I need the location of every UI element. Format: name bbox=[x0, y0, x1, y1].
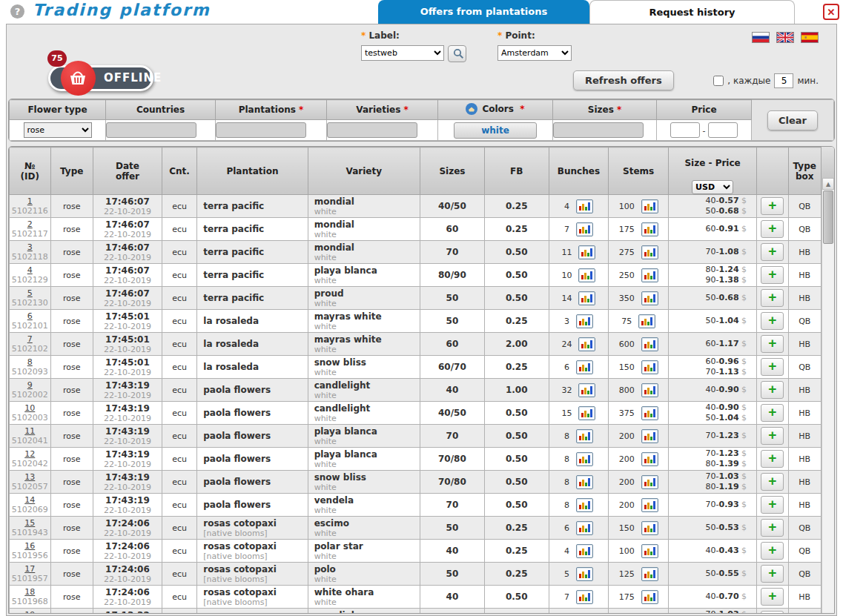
vertical-scrollbar[interactable]: ▲ bbox=[821, 178, 834, 613]
cart-button[interactable]: 75 bbox=[61, 61, 96, 96]
price-to-input[interactable] bbox=[708, 122, 738, 138]
row-number-link[interactable]: 6 bbox=[27, 311, 33, 321]
stems-chart-button[interactable] bbox=[641, 245, 658, 259]
add-to-cart-button[interactable]: + bbox=[761, 358, 784, 376]
add-to-cart-button[interactable]: + bbox=[761, 588, 784, 606]
row-number-link[interactable]: 7 bbox=[27, 334, 33, 344]
stems-chart-button[interactable] bbox=[641, 360, 658, 374]
row-number-link[interactable]: 12 bbox=[24, 449, 35, 459]
stems-chart-button[interactable] bbox=[641, 590, 658, 604]
add-to-cart-button[interactable]: + bbox=[761, 289, 784, 307]
point-select[interactable]: Amsterdam bbox=[497, 45, 572, 61]
stems-chart-button[interactable] bbox=[641, 452, 658, 466]
currency-select[interactable]: USD bbox=[692, 180, 733, 194]
flower-type-select[interactable]: rose bbox=[24, 122, 92, 138]
add-to-cart-button[interactable]: + bbox=[761, 266, 784, 284]
row-number-link[interactable]: 11 bbox=[24, 426, 35, 436]
auto-refresh-checkbox[interactable] bbox=[713, 76, 724, 86]
add-to-cart-button[interactable]: + bbox=[761, 496, 784, 514]
tab-offers-from-plantations[interactable]: Offers from plantations bbox=[378, 0, 589, 24]
add-to-cart-button[interactable]: + bbox=[761, 450, 784, 468]
row-number-link[interactable]: 18 bbox=[24, 587, 35, 597]
row-number-link[interactable]: 2 bbox=[27, 219, 33, 229]
connection-status-pill[interactable]: 75 OFFLINE bbox=[48, 65, 153, 91]
stems-chart-button[interactable] bbox=[641, 498, 658, 512]
sizes-input[interactable] bbox=[553, 122, 644, 138]
tab-request-history[interactable]: Request history bbox=[589, 0, 795, 24]
stems-chart-button[interactable] bbox=[641, 429, 658, 443]
plantations-input[interactable] bbox=[216, 122, 306, 138]
stems-chart-button[interactable] bbox=[638, 314, 655, 328]
search-button[interactable] bbox=[448, 45, 466, 62]
add-to-cart-button[interactable]: + bbox=[761, 243, 784, 261]
add-to-cart-button[interactable]: + bbox=[761, 220, 784, 238]
language-spanish-button[interactable] bbox=[801, 32, 819, 43]
add-to-cart-button[interactable]: + bbox=[761, 404, 784, 422]
add-to-cart-button[interactable]: + bbox=[761, 565, 784, 583]
help-icon[interactable]: ? bbox=[10, 4, 24, 19]
bunches-chart-button[interactable] bbox=[578, 613, 595, 615]
row-number-link[interactable]: 8 bbox=[27, 357, 33, 367]
add-to-cart-button[interactable]: + bbox=[761, 381, 784, 399]
countries-input[interactable] bbox=[106, 122, 196, 138]
stems-chart-button[interactable] bbox=[641, 199, 658, 213]
auto-refresh-minutes-input[interactable] bbox=[774, 73, 793, 88]
row-number-link[interactable]: 14 bbox=[24, 495, 35, 505]
stems-chart-button[interactable] bbox=[641, 613, 658, 615]
add-to-cart-button[interactable]: + bbox=[761, 312, 784, 330]
bunches-chart-button[interactable] bbox=[576, 475, 593, 489]
bunches-chart-button[interactable] bbox=[576, 590, 593, 604]
label-select[interactable]: testweb bbox=[361, 45, 444, 61]
bunches-chart-button[interactable] bbox=[576, 222, 593, 236]
row-number-link[interactable]: 17 bbox=[24, 564, 35, 574]
stems-chart-button[interactable] bbox=[641, 383, 658, 397]
refresh-offers-button[interactable]: Refresh offers bbox=[573, 70, 674, 90]
row-number-link[interactable]: 1 bbox=[27, 196, 33, 206]
row-number-link[interactable]: 4 bbox=[27, 265, 33, 275]
stems-chart-button[interactable] bbox=[641, 222, 658, 236]
stems-chart-button[interactable] bbox=[641, 406, 658, 420]
scrollbar-thumb[interactable] bbox=[823, 191, 833, 244]
stems-chart-button[interactable] bbox=[641, 475, 658, 489]
add-to-cart-button[interactable]: + bbox=[761, 427, 784, 445]
row-number-link[interactable]: 5 bbox=[27, 288, 33, 298]
scroll-up-icon[interactable]: ▲ bbox=[822, 178, 834, 190]
bunches-chart-button[interactable] bbox=[576, 314, 593, 328]
close-button[interactable]: ✕ bbox=[823, 4, 839, 20]
stems-chart-button[interactable] bbox=[641, 291, 658, 305]
bunches-chart-button[interactable] bbox=[578, 406, 595, 420]
price-from-input[interactable] bbox=[670, 122, 700, 138]
stems-chart-button[interactable] bbox=[641, 268, 658, 282]
clear-filters-button[interactable]: Clear bbox=[767, 110, 818, 130]
bunches-chart-button[interactable] bbox=[576, 498, 593, 512]
stems-chart-button[interactable] bbox=[641, 521, 658, 535]
add-to-cart-button[interactable]: + bbox=[761, 611, 784, 614]
bunches-chart-button[interactable] bbox=[578, 383, 595, 397]
row-number-link[interactable]: 15 bbox=[24, 518, 35, 528]
bunches-chart-button[interactable] bbox=[576, 429, 593, 443]
row-number-link[interactable]: 9 bbox=[27, 380, 33, 390]
language-russian-button[interactable] bbox=[752, 32, 770, 43]
bunches-chart-button[interactable] bbox=[578, 337, 595, 351]
language-english-button[interactable] bbox=[776, 32, 794, 43]
row-number-link[interactable]: 13 bbox=[24, 472, 35, 482]
bunches-chart-button[interactable] bbox=[576, 521, 593, 535]
row-number-link[interactable]: 10 bbox=[24, 403, 35, 413]
add-to-cart-button[interactable]: + bbox=[761, 335, 784, 353]
stems-chart-button[interactable] bbox=[641, 567, 658, 581]
add-to-cart-button[interactable]: + bbox=[761, 197, 784, 215]
bunches-chart-button[interactable] bbox=[576, 567, 593, 581]
row-number-link[interactable]: 3 bbox=[27, 242, 33, 252]
colors-value-button[interactable]: white bbox=[454, 122, 537, 139]
bunches-chart-button[interactable] bbox=[576, 452, 593, 466]
stems-chart-button[interactable] bbox=[641, 337, 658, 351]
bunches-chart-button[interactable] bbox=[576, 360, 593, 374]
add-to-cart-button[interactable]: + bbox=[761, 542, 784, 560]
row-number-link[interactable]: 19 bbox=[24, 610, 35, 614]
add-to-cart-button[interactable]: + bbox=[761, 519, 784, 537]
bunches-chart-button[interactable] bbox=[576, 544, 593, 558]
bunches-chart-button[interactable] bbox=[578, 245, 595, 259]
bunches-chart-button[interactable] bbox=[578, 268, 595, 282]
bunches-chart-button[interactable] bbox=[578, 291, 595, 305]
varieties-input[interactable] bbox=[327, 122, 417, 138]
